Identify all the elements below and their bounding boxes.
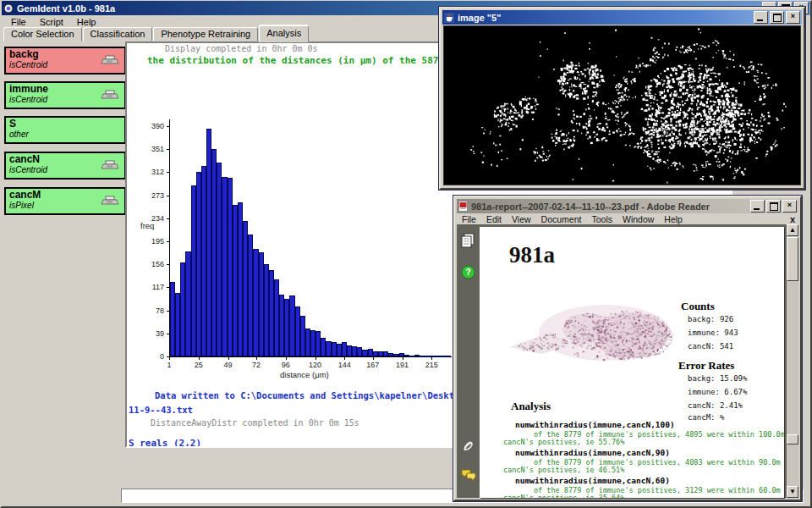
help-icon[interactable]: ?	[461, 265, 475, 279]
gemident-app-icon	[3, 3, 14, 14]
printer-icon	[101, 160, 119, 171]
tab-phenotype-retraining[interactable]: Phenotype Retraining	[153, 27, 258, 41]
adobe-menu-window[interactable]: Window	[617, 214, 659, 224]
error-rates-heading: Error Rates	[678, 359, 734, 373]
pages-panel-icon[interactable]	[461, 233, 475, 248]
tab-color-selection[interactable]: Color Selection	[3, 27, 82, 41]
error-row: immune: 6.67%	[688, 388, 747, 396]
y-axis-tick: 312	[139, 168, 164, 176]
x-axis-tick: 49	[217, 361, 239, 369]
scroll-page-widget[interactable]	[787, 434, 798, 444]
image5-title: image "5"	[458, 13, 501, 23]
y-axis-tick: 351	[139, 145, 164, 153]
x-axis-tick: 215	[420, 361, 442, 369]
adobe-titlebar[interactable]: 981a-report--2007-02-14--11-10--23.pdf -…	[457, 199, 798, 213]
phenotype-card-S[interactable]: Sother	[4, 116, 126, 144]
x-axis-tick: 191	[392, 361, 414, 369]
tab-analysis[interactable]: Analysis	[259, 25, 309, 42]
menu-script[interactable]: Script	[34, 16, 69, 28]
error-row: cancM: %	[688, 413, 724, 422]
analysis-fn: numwithinradius(immune,cancN,100)	[515, 420, 675, 429]
pdf-page: 981a Counts backg: 926 immune: 943 cancN…	[480, 227, 784, 498]
y-axis-tick: 78	[139, 306, 164, 315]
error-row: backg: 15.09%	[688, 374, 747, 383]
pdf-file-icon	[458, 201, 468, 212]
pdf-scrollbar[interactable]: ▲ ▼	[787, 224, 798, 498]
phenotype-card-cancN[interactable]: cancNisCentroid	[4, 152, 126, 179]
comments-icon[interactable]	[461, 468, 477, 482]
tissue-thumbnail-image	[503, 295, 677, 375]
count-row: backg: 926	[688, 315, 733, 323]
count-row: immune: 943	[688, 329, 738, 337]
x-axis-label: distance (μm)	[280, 370, 329, 379]
attachments-paperclip-icon[interactable]	[461, 438, 475, 455]
menu-file[interactable]: File	[5, 16, 32, 28]
binary-mask-image	[443, 25, 801, 185]
x-axis-tick: 96	[275, 361, 297, 369]
adobe-menu-file[interactable]: File	[457, 214, 481, 224]
console-status-line2: DistanceAwayDistr completed in 0hr 0m 15…	[151, 418, 359, 428]
adobe-content-area: ? 981a Counts backg: 926 immune: 943 can…	[457, 224, 798, 498]
image5-titlebar[interactable]: image "5" ×	[442, 10, 802, 25]
adobe-reader-window: 981a-report--2007-02-14--11-10--23.pdf -…	[453, 196, 802, 501]
console-clipped-line: S reals (2,2)	[129, 438, 201, 448]
console-data-written-line1: Data written to C:\Documents and Setting…	[155, 390, 470, 400]
printer-icon	[101, 55, 119, 66]
y-axis-tick: 156	[139, 260, 164, 268]
y-axis-label: freq	[140, 221, 154, 230]
x-axis-tick: 25	[188, 361, 210, 369]
binary-mask-canvas	[444, 26, 800, 185]
adobe-menubar: File Edit View Document Tools Window Hel…	[457, 213, 798, 224]
console-data-written-line2: 11-9--43.txt	[129, 405, 193, 415]
menu-help[interactable]: Help	[71, 16, 102, 28]
image5-minimize-button[interactable]	[754, 11, 768, 24]
error-row: cancN: 2.41%	[688, 401, 743, 410]
adobe-navigation-rail: ?	[457, 224, 480, 498]
count-row: cancN: 541	[688, 342, 733, 351]
phenotype-card-cancM[interactable]: cancMisPixel	[4, 187, 126, 215]
image5-window: image "5" ×	[439, 7, 805, 190]
analysis-body: cancN's positives, ie 55.76%	[503, 438, 624, 446]
adobe-menu-view[interactable]: View	[507, 214, 536, 224]
scroll-up-button[interactable]: ▲	[787, 224, 798, 236]
analysis-body: cancN's positives, ie 46.51%	[503, 466, 624, 474]
printer-icon	[101, 90, 119, 101]
adobe-maximize-button[interactable]	[766, 200, 781, 213]
adobe-minimize-button[interactable]	[750, 200, 765, 213]
java-cup-icon	[444, 13, 454, 23]
console-status-line: Display completed in 0hr 0m 0s	[165, 44, 318, 53]
adobe-title: 981a-report--2007-02-14--11-10--23.pdf -…	[471, 202, 710, 212]
close-document-button[interactable]: x	[790, 214, 798, 224]
phenotype-card-backg[interactable]: backgisCentroid	[4, 47, 126, 75]
pdf-doc-title: 981a	[509, 242, 555, 268]
adobe-close-button[interactable]: ×	[782, 200, 797, 213]
printer-icon	[101, 196, 119, 207]
analysis-heading: Analysis	[511, 400, 551, 413]
window-title: GemIdent v1.0b - 981a	[17, 3, 115, 14]
tab-classification[interactable]: Classification	[83, 27, 153, 41]
x-axis-tick: 120	[304, 361, 326, 369]
counts-heading: Counts	[681, 300, 715, 313]
phenotype-type: other	[9, 130, 121, 139]
y-axis-tick: 390	[139, 122, 164, 130]
x-axis-tick: 1	[158, 361, 180, 369]
adobe-menu-document[interactable]: Document	[536, 214, 587, 224]
image5-maximize-button[interactable]	[770, 11, 784, 24]
analysis-body: cancN's positives, ie 35.64%	[503, 494, 624, 498]
adobe-menu-tools[interactable]: Tools	[586, 214, 617, 224]
adobe-menu-help[interactable]: Help	[659, 214, 688, 224]
x-axis-tick: 167	[362, 361, 384, 369]
y-axis-tick: 0	[139, 352, 164, 361]
y-axis-tick: 117	[139, 283, 164, 291]
phenotype-card-immune[interactable]: immuneisCentroid	[4, 81, 126, 109]
adobe-menu-edit[interactable]: Edit	[481, 214, 507, 224]
image5-close-button[interactable]: ×	[786, 11, 800, 24]
analysis-fn: numwithinradius(immune,cancN,90)	[515, 448, 670, 457]
x-axis-tick: 144	[333, 361, 355, 369]
analysis-fn: numwithinradius(immune,cancN,60)	[515, 476, 670, 485]
scroll-down-button[interactable]: ▼	[787, 486, 798, 498]
phenotype-name: S	[9, 119, 121, 130]
x-axis-tick: 72	[245, 361, 267, 369]
y-axis-tick: 273	[139, 191, 164, 200]
scrollbar-thumb[interactable]	[787, 237, 798, 281]
